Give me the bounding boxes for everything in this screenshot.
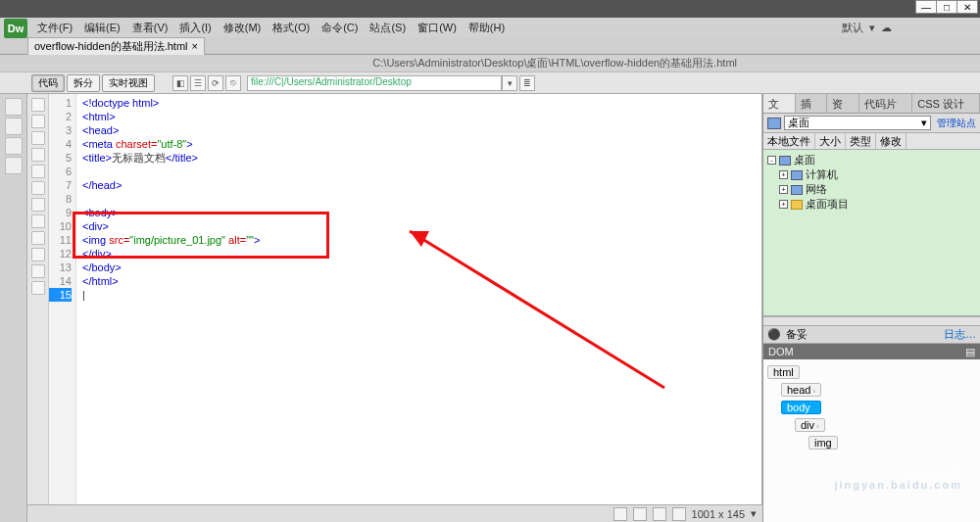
tree-node[interactable]: +网络 [767, 182, 976, 197]
menu-item[interactable]: 命令(C) [316, 21, 364, 35]
stop-icon[interactable]: ⦸ [225, 75, 241, 91]
menu-item[interactable]: 修改(M) [218, 21, 268, 35]
panel-tab[interactable]: 插入 [796, 94, 828, 113]
address-bar[interactable]: file:///C|/Users/Administrator/Desktop [247, 75, 502, 91]
file-path: C:\Users\Administrator\Desktop\桌面\HTML\o… [372, 56, 972, 71]
panel-tab[interactable]: 资源 [827, 94, 859, 113]
panel-tab[interactable]: 代码片断 [859, 94, 912, 113]
dimensions-label: 1001 x 145 [692, 508, 745, 520]
code-tool-icon[interactable] [31, 98, 45, 112]
code-tool-icon[interactable] [31, 264, 45, 278]
inspect-icon[interactable]: ☰ [190, 75, 206, 91]
dom-node[interactable]: img [808, 436, 838, 450]
split-view-button[interactable]: 拆分 [67, 74, 100, 92]
dom-node[interactable]: head› [781, 383, 821, 397]
menu-item[interactable]: 编辑(E) [78, 21, 126, 35]
minimize-button[interactable]: — [915, 0, 937, 14]
editor: 123456789101112131415 <!doctype html><ht… [27, 94, 762, 522]
code-tool-icon[interactable] [31, 165, 45, 178]
menu-item[interactable]: 帮助(H) [463, 21, 511, 35]
status-icon[interactable] [613, 507, 627, 521]
file-tree[interactable]: -桌面+计算机+网络+桌面项目 [763, 150, 980, 316]
status-icon[interactable] [633, 507, 647, 521]
url-dropdown-icon[interactable]: ▾ [502, 75, 517, 91]
layout-label[interactable]: 默认 [842, 21, 863, 35]
menu-item[interactable]: 站点(S) [364, 21, 412, 35]
titlebar [0, 0, 980, 18]
status-icon[interactable] [653, 507, 666, 521]
menu-item[interactable]: 查看(V) [126, 21, 174, 35]
code-tool-icon[interactable] [31, 115, 45, 128]
tree-node[interactable]: +桌面项目 [767, 197, 976, 212]
column-header[interactable]: 大小 [815, 133, 846, 149]
tree-scrollbar[interactable] [763, 316, 980, 326]
window-controls: — □ ✕ [916, 0, 978, 14]
drive-icon [767, 118, 781, 129]
dom-node[interactable]: div› [795, 418, 825, 432]
code-tool-icon[interactable] [31, 214, 45, 228]
panel-tabs: 文件插入资源代码片断CSS 设计器 [763, 94, 980, 114]
code-tool-icon[interactable] [31, 281, 45, 295]
menu-item[interactable]: 插入(I) [173, 21, 217, 35]
panel-tab[interactable]: CSS 设计器 [912, 94, 980, 113]
tool-icon[interactable] [5, 98, 23, 116]
dropdown-icon[interactable]: ▾ [869, 22, 875, 34]
code-tool-icon[interactable] [31, 198, 45, 212]
right-panel: 文件插入资源代码片断CSS 设计器 桌面▾ 管理站点 本地文件大小类型修改 -桌… [762, 94, 980, 522]
code-area[interactable]: <!doctype html><html><head><meta charset… [76, 94, 761, 522]
view-toolbar: 代码 拆分 实时视图 ◧ ☰ ⟳ ⦸ file:///C|/Users/Admi… [0, 72, 980, 94]
path-bar: C:\Users\Administrator\Desktop\桌面\HTML\o… [0, 55, 980, 72]
column-header[interactable]: 类型 [846, 133, 876, 149]
extra-icon[interactable]: ≣ [519, 75, 535, 91]
doc-tab[interactable]: overflow-hidden的基础用法.html × [27, 37, 205, 55]
menubar: Dw 文件(F)编辑(E)查看(V)插入(I)修改(M)格式(O)命令(C)站点… [0, 18, 980, 37]
close-window-button[interactable]: ✕ [956, 0, 978, 14]
close-tab-icon[interactable]: × [192, 40, 198, 52]
tree-node[interactable]: -桌面 [767, 153, 976, 167]
site-selector-value: 桌面 [788, 116, 809, 130]
tool-icon[interactable] [5, 118, 23, 135]
files-columns: 本地文件大小类型修改 [763, 133, 980, 150]
code-tool-icon[interactable] [31, 231, 45, 245]
document-tabs: overflow-hidden的基础用法.html × [0, 37, 980, 55]
site-selector[interactable]: 桌面▾ [784, 116, 931, 130]
dom-node[interactable]: body› [781, 401, 821, 414]
panel-menu-icon[interactable]: ▤ [965, 346, 975, 358]
dom-tree[interactable]: htmlhead›body›div›img [763, 359, 980, 522]
log-link[interactable]: 日志… [944, 327, 976, 342]
dom-panel-title: DOM ▤ [763, 344, 980, 359]
menu-item[interactable]: 格式(O) [267, 21, 316, 35]
tool-icon[interactable] [5, 157, 23, 174]
dom-node[interactable]: html [767, 365, 800, 379]
site-selector-row: 桌面▾ 管理站点 [763, 114, 980, 133]
menu-item[interactable]: 文件(F) [31, 21, 78, 35]
code-tool-icon[interactable] [31, 148, 45, 162]
sync-icon[interactable]: ☁ [881, 22, 892, 34]
nav-icon[interactable]: ◧ [172, 75, 188, 91]
status-bar: 1001 x 145 ▾ [27, 504, 762, 522]
globe-icon: ⚫ [767, 328, 781, 341]
doc-tab-label: overflow-hidden的基础用法.html [34, 39, 188, 54]
ready-label: 备妥 [786, 327, 808, 342]
code-view-button[interactable]: 代码 [31, 74, 65, 92]
status-icon[interactable] [672, 507, 686, 521]
dom-title-label: DOM [768, 346, 794, 357]
line-gutter: 123456789101112131415 [49, 94, 76, 522]
column-header[interactable]: 修改 [876, 133, 906, 149]
tree-node[interactable]: +计算机 [767, 167, 976, 182]
maximize-button[interactable]: □ [936, 0, 957, 14]
code-tool-icon[interactable] [31, 248, 45, 261]
manage-sites-link[interactable]: 管理站点 [937, 117, 976, 130]
menu-item[interactable]: 窗口(W) [412, 21, 463, 35]
code-tool-icon[interactable] [31, 181, 45, 195]
live-view-button[interactable]: 实时视图 [102, 74, 155, 92]
tool-icon[interactable] [5, 137, 23, 155]
status-strip: ⚫ 备妥 日志… [763, 326, 980, 344]
refresh-icon[interactable]: ⟳ [208, 75, 223, 91]
app-logo: Dw [4, 19, 27, 38]
column-header[interactable]: 本地文件 [763, 133, 815, 149]
panel-tab[interactable]: 文件 [763, 94, 796, 113]
left-toolbar [0, 94, 27, 522]
code-toolbar [27, 94, 49, 522]
code-tool-icon[interactable] [31, 131, 45, 145]
